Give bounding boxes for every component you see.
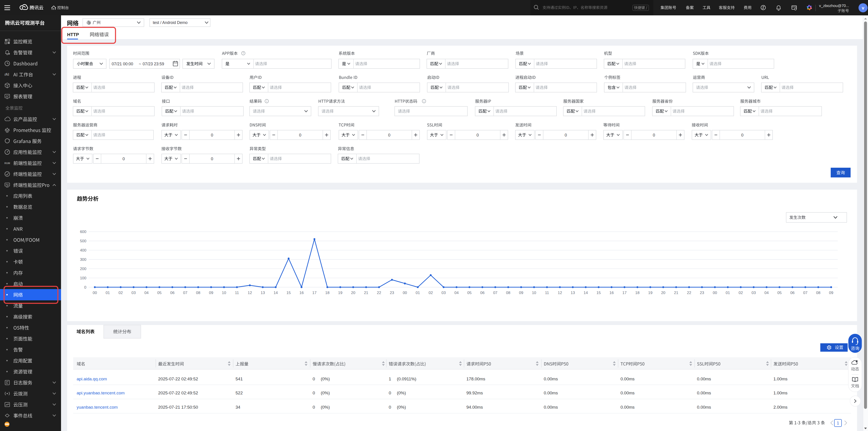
- svg-text:(0%): (0%): [321, 376, 330, 381]
- svg-text:0: 0: [313, 376, 315, 381]
- svg-text:0: 0: [313, 405, 315, 409]
- svg-text:09: 09: [519, 291, 523, 295]
- svg-text:0: 0: [388, 133, 391, 137]
- svg-text:api.yuanbao.tencent.com: api.yuanbao.tencent.com: [76, 391, 125, 395]
- svg-text:(0.0911%): (0.0911%): [397, 376, 416, 381]
- svg-text:00: 00: [93, 291, 97, 295]
- svg-text:34: 34: [236, 405, 241, 409]
- svg-text:100: 100: [80, 276, 86, 280]
- svg-text:19: 19: [338, 291, 342, 295]
- svg-text:(0%): (0%): [321, 405, 330, 409]
- svg-text:~: ~: [139, 62, 141, 66]
- svg-text:test / Android Demo: test / Android Demo: [153, 20, 188, 25]
- svg-text:1: 1: [389, 376, 391, 381]
- svg-text:00: 00: [713, 291, 717, 295]
- svg-text:0: 0: [389, 405, 391, 409]
- svg-text:api.aida.qq.com: api.aida.qq.com: [76, 376, 107, 381]
- svg-text:23: 23: [390, 291, 394, 295]
- svg-text:01: 01: [725, 291, 730, 295]
- svg-text:05: 05: [777, 291, 782, 295]
- svg-text:i: i: [424, 100, 424, 103]
- svg-text:22: 22: [377, 291, 381, 295]
- svg-text:01: 01: [416, 291, 420, 295]
- svg-text:500: 500: [80, 239, 86, 243]
- svg-text:0.00ms: 0.00ms: [620, 391, 634, 395]
- svg-text:01: 01: [105, 291, 110, 295]
- svg-text:300: 300: [80, 257, 86, 262]
- svg-text:02: 02: [119, 291, 123, 295]
- svg-text:AI: AI: [5, 72, 9, 76]
- svg-text:yuanbao.tencent.com: yuanbao.tencent.com: [76, 405, 118, 409]
- svg-text:0: 0: [211, 157, 213, 161]
- svg-text:12: 12: [248, 291, 252, 295]
- svg-text:10: 10: [222, 291, 226, 295]
- svg-text:07: 07: [493, 291, 498, 295]
- svg-text:0: 0: [123, 157, 125, 161]
- svg-text:0.00ms: 0.00ms: [544, 405, 558, 409]
- svg-text:18: 18: [325, 291, 330, 295]
- svg-text:0: 0: [84, 285, 86, 289]
- svg-text:HTTP: HTTP: [67, 32, 79, 37]
- svg-text:04: 04: [765, 291, 769, 295]
- svg-text:18: 18: [635, 291, 640, 295]
- svg-text:05: 05: [467, 291, 471, 295]
- svg-text:13: 13: [571, 291, 575, 295]
- svg-text:(0%): (0%): [321, 391, 330, 395]
- svg-text:04: 04: [454, 291, 459, 295]
- svg-text:?: ?: [243, 52, 244, 55]
- svg-text:11: 11: [235, 291, 239, 295]
- svg-text:21: 21: [364, 291, 368, 295]
- svg-text:v: v: [862, 5, 864, 10]
- svg-text:600: 600: [80, 229, 86, 234]
- svg-text:2025-07-21 17:50:50: 2025-07-21 17:50:50: [158, 405, 198, 409]
- svg-text:94.00ms: 94.00ms: [466, 405, 483, 409]
- svg-text:17: 17: [312, 291, 317, 295]
- svg-text:1: 1: [837, 421, 839, 425]
- svg-text:400: 400: [80, 248, 86, 252]
- svg-text:21: 21: [674, 291, 678, 295]
- svg-text:i: i: [267, 100, 267, 103]
- svg-text:05: 05: [157, 291, 162, 295]
- svg-text:2.00ms: 2.00ms: [774, 405, 787, 409]
- svg-text:12: 12: [558, 291, 562, 295]
- svg-text:03: 03: [441, 291, 446, 295]
- svg-text:07/23 23:59: 07/23 23:59: [143, 62, 164, 66]
- svg-text:2025-07-22 02:49:52: 2025-07-22 02:49:52: [158, 376, 198, 381]
- svg-text:22: 22: [687, 291, 691, 295]
- svg-text:RUM: RUM: [4, 162, 10, 164]
- svg-text:00: 00: [403, 291, 407, 295]
- svg-text:0: 0: [476, 133, 479, 137]
- svg-text:14: 14: [274, 291, 278, 295]
- svg-text:14: 14: [584, 291, 588, 295]
- svg-text:07: 07: [803, 291, 807, 295]
- svg-text:0: 0: [313, 391, 315, 395]
- svg-text:06: 06: [170, 291, 175, 295]
- svg-text:0.00ms: 0.00ms: [620, 376, 634, 381]
- svg-text:08: 08: [196, 291, 200, 295]
- svg-text:0.00ms: 0.00ms: [697, 405, 711, 409]
- svg-text:16: 16: [610, 291, 614, 295]
- svg-text:02: 02: [739, 291, 743, 295]
- svg-text:08: 08: [506, 291, 510, 295]
- svg-text:15: 15: [286, 291, 291, 295]
- svg-text:16: 16: [299, 291, 304, 295]
- svg-text:15: 15: [596, 291, 601, 295]
- svg-text:03: 03: [131, 291, 136, 295]
- svg-text:0.00ms: 0.00ms: [544, 376, 558, 381]
- svg-text:0.00ms: 0.00ms: [697, 376, 711, 381]
- svg-text:23: 23: [700, 291, 704, 295]
- svg-text:03: 03: [752, 291, 756, 295]
- svg-text:06: 06: [480, 291, 485, 295]
- svg-text:04: 04: [145, 291, 149, 295]
- svg-text:(0%): (0%): [397, 405, 406, 409]
- svg-text:200: 200: [80, 267, 86, 271]
- svg-text:178.00ms: 178.00ms: [466, 376, 485, 381]
- svg-text:522: 522: [236, 391, 243, 395]
- svg-text:1.00ms: 1.00ms: [774, 376, 787, 381]
- svg-text:19: 19: [648, 291, 652, 295]
- svg-text:v_zbozhou@70...: v_zbozhou@70...: [819, 4, 849, 8]
- svg-text:0.00ms: 0.00ms: [697, 391, 711, 395]
- svg-text:2025-07-22 02:49:52: 2025-07-22 02:49:52: [158, 391, 198, 395]
- svg-text:13: 13: [260, 291, 265, 295]
- svg-text:11: 11: [545, 291, 549, 295]
